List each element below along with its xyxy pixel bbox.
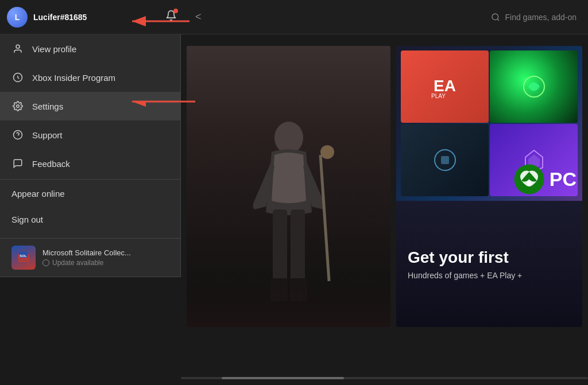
menu-item-settings[interactable]: Settings [0,92,180,120]
back-button[interactable]: < [189,7,207,26]
header-search: Find games, add-on [479,0,588,34]
feedback-icon [11,157,24,170]
game-tile-2 [490,50,578,123]
svg-text:SOL: SOL [20,254,27,258]
promo-top: EA PLAY [396,46,582,201]
appear-online-label: Appear online [11,189,65,199]
svg-rect-25 [441,156,449,164]
notification-dot [173,9,178,13]
xbox-insider-label: Xbox Insider Program [32,73,115,83]
game-icon: SOL [11,246,36,270]
support-label: Support [32,130,63,140]
menu-item-xbox-insider[interactable]: Xbox Insider Program [0,63,180,92]
svg-rect-15 [273,209,287,284]
promo-subtitle: Hundreds of games + EA Play + [408,271,571,280]
username-label: Lucifer#81685 [33,13,87,22]
menu-item-view-profile[interactable]: View profile [0,34,180,63]
gear-icon [11,100,24,112]
svg-text:PLAY: PLAY [431,93,446,99]
search-box[interactable]: Find games, add-on [491,13,577,22]
game-tile-3 [401,124,489,196]
menu-item-feedback[interactable]: Feedback [0,149,180,178]
promo-title: Get your first [408,248,571,267]
dropdown-menu: View profile Xbox Insider Program Settin… [0,34,181,277]
sign-out-label: Sign out [11,215,43,224]
xbox-logo [513,164,545,195]
promo-bottom: Get your first Hundreds of games + EA Pl… [396,201,582,328]
avatar[interactable]: L [7,7,28,28]
menu-item-support[interactable]: Support [0,120,180,149]
menu-item-sign-out[interactable]: Sign out [0,207,180,232]
xbox-pc-badge: PC [513,164,577,195]
svg-point-8 [17,105,20,108]
promo-card: EA PLAY [396,46,582,327]
header-nav: < [184,7,207,26]
update-info: Microsoft Solitaire Collec... Update ava… [42,248,169,267]
svg-rect-16 [291,209,305,284]
update-status: Update available [42,259,169,267]
svg-point-20 [320,145,334,159]
question-circle-icon [11,129,24,141]
svg-point-6 [16,45,20,48]
update-circle-icon [42,259,49,266]
bottom-scrollbar[interactable] [181,377,588,379]
search-icon [491,13,500,22]
update-title: Microsoft Solitaire Collec... [42,248,169,257]
scrollbar-thumb [222,377,344,379]
notification-bell[interactable] [165,10,177,24]
header: L Lucifer#81685 < Find games, add-on [0,0,588,34]
update-status-label: Update available [52,259,103,267]
menu-item-appear-online[interactable]: Appear online [0,181,180,207]
feedback-label: Feedback [32,159,70,169]
game-tile-1: EA PLAY [401,50,489,123]
header-left: L Lucifer#81685 [0,7,184,28]
xbox-circle-icon [11,71,24,84]
svg-line-19 [320,155,329,281]
svg-line-1 [498,19,500,21]
hero-background [187,46,390,327]
person-icon [11,42,24,55]
svg-text:EA: EA [434,77,456,95]
hero-card [187,46,390,327]
update-item[interactable]: SOL Microsoft Solitaire Collec... Update… [0,238,180,277]
pc-label: PC [550,168,577,190]
svg-point-14 [274,122,303,154]
search-placeholder: Find games, add-on [505,13,577,22]
svg-point-0 [492,14,498,20]
settings-label: Settings [32,102,63,111]
main-content: EA PLAY [181,34,588,385]
view-profile-label: View profile [32,44,76,54]
menu-divider [0,179,180,180]
